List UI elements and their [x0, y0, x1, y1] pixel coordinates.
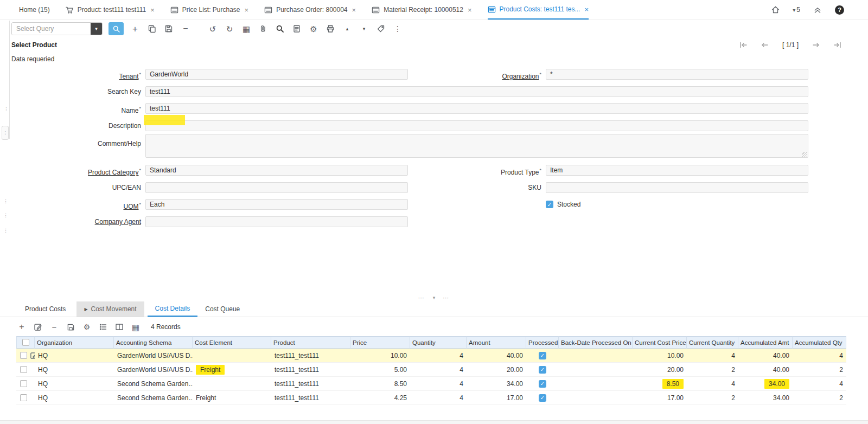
stocked-checkbox[interactable]: ✓: [546, 201, 553, 208]
column-header-product[interactable]: Product: [271, 336, 350, 349]
upc-ean-field[interactable]: [145, 182, 408, 193]
close-icon[interactable]: ×: [468, 6, 472, 14]
tab-price-list[interactable]: Price List: Purchase ×: [170, 0, 248, 20]
detail-edit-button[interactable]: [33, 321, 43, 333]
column-header-accounting-schema[interactable]: Accounting Schema: [114, 336, 193, 349]
uom-field[interactable]: Each: [145, 199, 408, 210]
name-field[interactable]: test111: [145, 103, 808, 114]
detail-quick-edit-button[interactable]: [98, 321, 108, 333]
resize-grip-icon[interactable]: [802, 152, 807, 157]
column-header-accumulated-amt[interactable]: Accumulated Amt: [738, 336, 793, 349]
detail-new-button[interactable]: +: [16, 321, 27, 333]
description-field[interactable]: [145, 120, 808, 131]
close-icon[interactable]: ×: [150, 6, 155, 14]
row-checkbox[interactable]: [20, 394, 27, 401]
column-header-accumulated-qty[interactable]: Accumulated Qty: [793, 336, 846, 349]
select-all-header[interactable]: [16, 336, 35, 349]
query-dropdown-button[interactable]: ▾: [91, 23, 102, 35]
column-header-current-cost-price[interactable]: Current Cost Price: [633, 336, 687, 349]
close-icon[interactable]: ×: [245, 6, 249, 14]
requery-button[interactable]: ↻: [224, 23, 235, 35]
processed-checkbox[interactable]: ✓: [539, 380, 546, 388]
tab-product[interactable]: Product: test111 test111 ×: [66, 0, 155, 20]
detail-tab-cost-queue[interactable]: Cost Queue: [197, 301, 247, 317]
row-checkbox[interactable]: [20, 380, 27, 387]
table-row[interactable]: HQ GardenWorld US/A/US D... Freight test…: [16, 363, 846, 377]
splitter-grip-icon[interactable]: ⋮: [3, 228, 8, 233]
help-button[interactable]: ?: [835, 5, 844, 15]
column-header-cost-element[interactable]: Cost Element: [193, 336, 271, 349]
tab-material-receipt[interactable]: Material Receipt: 10000512 ×: [372, 0, 471, 20]
company-agent-field[interactable]: [145, 216, 408, 227]
processed-checkbox[interactable]: ✓: [539, 366, 546, 374]
product-category-label[interactable]: Product Category*: [0, 165, 141, 176]
detail-tab-cost-details[interactable]: Cost Details: [148, 301, 198, 317]
detail-customize-button[interactable]: ⚙: [81, 321, 92, 333]
horizontal-scrollbar[interactable]: [0, 420, 868, 424]
detail-toggle-panel-button[interactable]: [114, 321, 125, 333]
attachment-button[interactable]: [258, 23, 269, 35]
uom-label[interactable]: UOM*: [0, 199, 141, 210]
column-header-back-date[interactable]: Back-Date Processed On: [559, 336, 633, 349]
search-button[interactable]: [108, 22, 124, 35]
company-agent-label[interactable]: Company Agent: [0, 216, 141, 227]
product-type-field[interactable]: Item: [546, 165, 808, 176]
search-key-field[interactable]: test111: [145, 86, 808, 97]
organization-field[interactable]: *: [546, 69, 808, 80]
column-header-organization[interactable]: Organization: [35, 336, 114, 349]
recent-items-dropdown[interactable]: ▾ 5: [793, 6, 800, 14]
column-header-amount[interactable]: Amount: [467, 336, 526, 349]
new-record-button[interactable]: +: [130, 23, 141, 35]
product-category-field[interactable]: Standard: [145, 165, 408, 176]
tab-home[interactable]: Home (15): [19, 0, 50, 20]
table-row[interactable]: HQ Second Schema Garden... test111_test1…: [16, 377, 846, 391]
tenant-field[interactable]: GardenWorld: [145, 69, 408, 80]
detail-tab-product-costs[interactable]: Product Costs: [17, 301, 73, 317]
column-header-quantity[interactable]: Quantity: [410, 336, 467, 349]
edit-row-icon[interactable]: [30, 351, 35, 359]
save-button[interactable]: [163, 23, 174, 35]
more-actions-button[interactable]: ⋮: [392, 23, 403, 35]
horizontal-splitter[interactable]: ⋯ ▾ ⋯: [0, 294, 868, 301]
next-record-button[interactable]: [812, 42, 820, 48]
column-header-current-quantity[interactable]: Current Quantity: [687, 336, 738, 349]
row-checkbox[interactable]: [20, 352, 27, 359]
tenant-label[interactable]: Tenant*: [0, 69, 141, 80]
undo-button[interactable]: ↺: [207, 23, 218, 35]
comment-help-field[interactable]: [145, 134, 808, 158]
collapse-toolbar-icon[interactable]: ▴: [342, 23, 353, 35]
table-row[interactable]: HQ Second Schema Garden... Freight test1…: [16, 391, 846, 405]
processed-checkbox[interactable]: ✓: [539, 352, 546, 359]
column-header-price[interactable]: Price: [350, 336, 410, 349]
copy-record-button[interactable]: [146, 23, 157, 35]
home-button[interactable]: [770, 4, 781, 16]
row-checkbox[interactable]: [20, 366, 27, 373]
detail-grid-view-button[interactable]: ▦: [130, 321, 141, 333]
table-row[interactable]: HQ GardenWorld US/A/US D... test111_test…: [16, 349, 846, 363]
process-button[interactable]: ⚙: [308, 23, 319, 35]
close-icon[interactable]: ×: [584, 5, 589, 14]
column-header-processed[interactable]: Processed: [526, 336, 559, 349]
grid-toggle-button[interactable]: ▦: [241, 23, 252, 35]
sku-field[interactable]: [546, 182, 808, 193]
previous-record-button[interactable]: [761, 42, 769, 48]
zoom-across-button[interactable]: [275, 23, 285, 35]
last-record-button[interactable]: [833, 42, 842, 48]
chevron-down-icon[interactable]: ▾: [359, 23, 369, 35]
tab-product-costs[interactable]: Product Costs: test111 tes... ×: [488, 0, 589, 20]
processed-checkbox[interactable]: ✓: [539, 394, 546, 402]
detail-tab-cost-movement[interactable]: ▶ Cost Movement: [76, 301, 144, 317]
collapse-header-button[interactable]: [812, 4, 823, 16]
first-record-button[interactable]: [739, 42, 748, 48]
close-icon[interactable]: ×: [352, 6, 356, 14]
organization-label[interactable]: Organization*: [467, 69, 541, 80]
report-button[interactable]: [291, 23, 302, 35]
print-button[interactable]: [325, 23, 336, 35]
delete-record-button[interactable]: −: [180, 23, 191, 35]
detail-delete-button[interactable]: −: [49, 321, 60, 333]
label-button[interactable]: [375, 23, 386, 35]
tab-purchase-order[interactable]: Purchase Order: 800004 ×: [264, 0, 356, 20]
detail-save-button[interactable]: [65, 321, 76, 333]
query-input[interactable]: [12, 23, 91, 35]
checkbox[interactable]: [22, 339, 29, 346]
